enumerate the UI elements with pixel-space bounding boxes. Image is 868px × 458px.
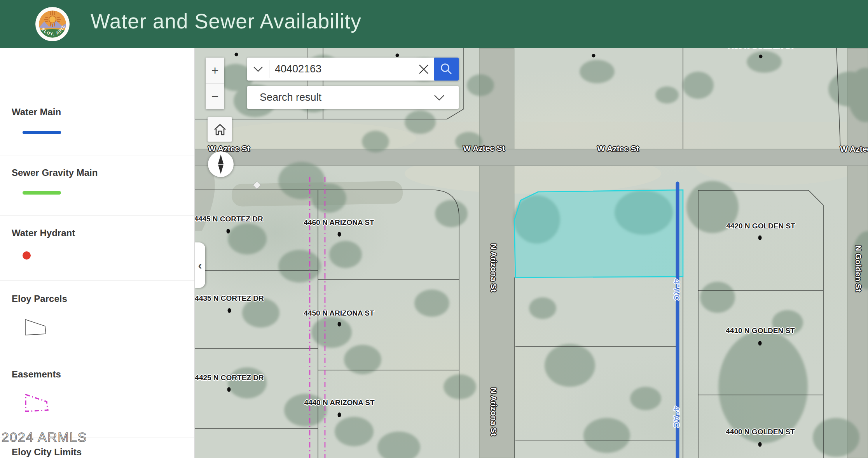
parcel-point — [759, 55, 763, 58]
parcel-point — [227, 229, 230, 233]
chevron-down-icon — [434, 95, 445, 101]
eloy-city-logo: ELOY, ARIZONA — [35, 7, 70, 42]
sewer-main-line-swatch — [23, 191, 61, 195]
parcel-polygon-swatch — [24, 316, 47, 337]
zoom-out-button[interactable]: − — [206, 84, 224, 109]
clear-search-button[interactable] — [414, 58, 434, 81]
parcel-point — [235, 53, 238, 56]
parcel-point — [227, 387, 231, 392]
app-root: ELOY, ARIZONA Water and Sewer Availabili… — [0, 0, 868, 458]
legend-divider — [0, 216, 195, 216]
parcel-point — [228, 308, 231, 313]
parcel-point — [396, 54, 399, 57]
zoom-in-button[interactable]: + — [206, 58, 224, 84]
app-header: ELOY, ARIZONA Water and Sewer Availabili… — [0, 0, 868, 48]
legend-item-eloy-parcels: Eloy Parcels — [12, 293, 67, 304]
street-label-aztec-3: W Aztec St — [597, 144, 639, 153]
sidebar-collapse-tab[interactable]: ‹ — [195, 242, 205, 288]
parcel-label: 4410 N GOLDEN ST — [726, 326, 795, 335]
parcel-point — [338, 412, 341, 417]
search-input[interactable] — [269, 58, 414, 81]
map-canvas[interactable]: W Aztec St W Aztec St W Aztec St W Aztec… — [195, 48, 868, 458]
street-label-aztec-4: W Aztec St — [840, 144, 868, 154]
parcel-label: 4425 N CORTEZ DR — [195, 374, 264, 382]
parcel-label: 4440 N ARIZONA ST — [304, 398, 374, 407]
page-title: Water and Sewer Availability — [91, 9, 362, 33]
street-label-arizona-1: N Arizona St — [489, 244, 498, 292]
legend-item-easements: Easements — [12, 369, 61, 380]
search-button[interactable] — [434, 58, 459, 81]
parcel-label-clipped: 4430 N GOLDEN ST — [726, 48, 795, 50]
legend-item-sewer-gravity-main: Sewer Gravity Main — [12, 167, 98, 178]
parcel-point — [338, 322, 341, 326]
parcel-label: 4435 N CORTEZ DR — [195, 294, 264, 303]
zoom-control: + − — [206, 58, 224, 109]
pipe-size-label: 4"AC — [672, 279, 681, 301]
chevron-down-icon — [253, 66, 263, 72]
legend-item-water-main: Water Main — [12, 107, 61, 118]
search-widget — [247, 58, 459, 81]
street-label-arizona-2: N Arizona St — [489, 388, 498, 436]
chevron-left-icon: ‹ — [198, 259, 202, 272]
selected-parcel-highlight — [514, 190, 683, 277]
close-icon — [419, 64, 429, 74]
search-source-dropdown[interactable] — [247, 58, 269, 81]
parcel-label: 4450 N ARIZONA ST — [304, 309, 374, 318]
legend-divider — [0, 281, 195, 281]
street-label-golden: N Golden St — [854, 245, 863, 292]
water-main-line-swatch — [23, 131, 61, 134]
search-result-label: Search result — [260, 91, 434, 104]
parcel-point — [592, 54, 596, 58]
legend-divider — [0, 357, 195, 357]
street-label-aztec-2: W Aztec St — [463, 144, 505, 153]
armls-watermark: 2024 ARMLS — [2, 430, 87, 445]
parcel-label: 4445 N CORTEZ DR — [195, 215, 263, 223]
parcel-label: 4400 N GOLDEN ST — [726, 428, 795, 436]
parcel-label: 4460 N ARIZONA ST — [304, 218, 374, 227]
legend-divider — [0, 156, 195, 156]
legend-item-water-hydrant: Water Hydrant — [12, 228, 75, 239]
home-extent-button[interactable] — [208, 117, 232, 142]
parcel-point — [758, 442, 762, 447]
legend-item-eloy-city-limits: Eloy City Limits — [12, 447, 82, 458]
map-graphics-layer — [195, 48, 868, 458]
search-icon — [439, 62, 453, 76]
parcel-point — [338, 232, 341, 237]
compass-reset-north[interactable] — [208, 151, 234, 177]
legend-sidebar: Water Main Sewer Gravity Main Water Hydr… — [0, 48, 195, 458]
hydrant-dot-swatch — [23, 251, 31, 260]
search-result-dropdown[interactable]: Search result — [247, 86, 459, 109]
parcel-point — [758, 235, 762, 240]
home-icon — [212, 121, 228, 138]
parcel-point — [758, 341, 762, 346]
easement-polygon-swatch — [24, 391, 51, 413]
pipe-size-label: 4"AC — [672, 406, 681, 428]
parcel-label: 4420 N GOLDEN ST — [726, 222, 795, 230]
